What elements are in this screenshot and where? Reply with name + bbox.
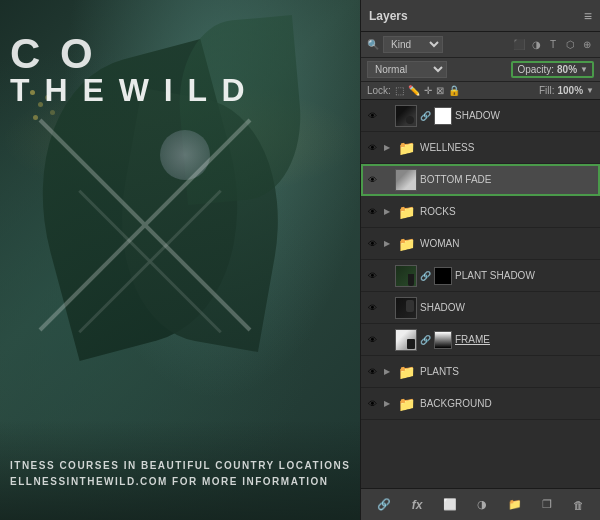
opacity-value[interactable]: 80% (557, 64, 577, 75)
panel-menu-icon[interactable]: ≡ (584, 8, 592, 24)
layer-thumbnail (395, 297, 417, 319)
new-group-button[interactable]: 📁 (504, 496, 526, 513)
expand-arrow[interactable]: ▶ (382, 399, 392, 409)
folder-icon: 📁 (395, 233, 417, 255)
layer-thumbnail (395, 329, 417, 351)
visibility-toggle[interactable] (365, 301, 379, 315)
fill-section: Fill: 100% ▼ (539, 85, 594, 96)
layers-list: 🔗SHADOW▶📁WELLNESSBOTTOM FADE▶📁ROCKS▶📁WOM… (361, 100, 600, 488)
filter-row: 🔍 Kind Name Effect ⬛ ◑ T ⬡ ⊕ (361, 32, 600, 58)
layer-item[interactable]: 🔗PLANT SHADOW (361, 260, 600, 292)
fill-label: Fill: (539, 85, 555, 96)
lock-label: Lock: (367, 85, 391, 96)
type-filter-icon[interactable]: T (546, 38, 560, 52)
opacity-dropdown-icon[interactable]: ▼ (580, 65, 588, 74)
chain-link-icon: 🔗 (420, 335, 431, 345)
layer-thumbnail (395, 169, 417, 191)
visibility-toggle[interactable] (365, 237, 379, 251)
fill-value[interactable]: 100% (558, 85, 584, 96)
expand-arrow[interactable]: ▶ (382, 207, 392, 217)
layer-thumbnail (395, 105, 417, 127)
canvas-area: C O T H E W I L D ITNESS COURSES IN BEAU… (0, 0, 360, 520)
folder-icon: 📁 (395, 137, 417, 159)
fill-dropdown-icon[interactable]: ▼ (586, 86, 594, 95)
layer-name: PLANTS (420, 366, 596, 377)
layer-name: SHADOW (455, 110, 596, 121)
layer-thumbnail (395, 265, 417, 287)
mask-thumbnail (434, 267, 452, 285)
lock-pixels-icon[interactable]: ⬚ (395, 85, 404, 96)
layer-item[interactable]: 🔗SHADOW (361, 100, 600, 132)
expand-arrow[interactable]: ▶ (382, 143, 392, 153)
expand-arrow[interactable] (382, 335, 392, 345)
expand-arrow[interactable] (382, 271, 392, 281)
panel-header: Layers ≡ (361, 0, 600, 32)
folder-icon: 📁 (395, 201, 417, 223)
panel-title: Layers (369, 9, 408, 23)
folder-icon: 📁 (395, 361, 417, 383)
filter-kind-select[interactable]: Kind Name Effect (383, 36, 443, 53)
smart-filter-icon[interactable]: ⊕ (580, 38, 594, 52)
adjust-filter-icon[interactable]: ◑ (529, 38, 543, 52)
expand-arrow[interactable] (382, 175, 392, 185)
layer-item[interactable]: ▶📁PLANTS (361, 356, 600, 388)
layer-item[interactable]: ▶📁WELLNESS (361, 132, 600, 164)
layer-item[interactable]: ▶📁ROCKS (361, 196, 600, 228)
layer-item[interactable]: BOTTOM FADE (361, 164, 600, 196)
visibility-toggle[interactable] (365, 141, 379, 155)
panel-footer: 🔗 fx ⬜ ◑ 📁 ❐ 🗑 (361, 488, 600, 520)
layer-name: FRAME (455, 334, 596, 345)
shape-filter-icon[interactable]: ⬡ (563, 38, 577, 52)
canvas-text-top: C O (10, 30, 97, 78)
layers-panel: Layers ≡ 🔍 Kind Name Effect ⬛ ◑ T ⬡ ⊕ No… (360, 0, 600, 520)
canvas-bottom-line2: ELLNESSINTHEWILD.COM FOR MORE INFORMATIO… (10, 474, 350, 490)
visibility-toggle[interactable] (365, 365, 379, 379)
visibility-toggle[interactable] (365, 109, 379, 123)
filter-icons: ⬛ ◑ T ⬡ ⊕ (512, 38, 594, 52)
layer-name: SHADOW (420, 302, 596, 313)
adjustment-button[interactable]: ◑ (473, 496, 491, 513)
layer-name: WOMAN (420, 238, 596, 249)
layer-name: BACKGROUND (420, 398, 596, 409)
opacity-section: Opacity: 80% ▼ (511, 61, 594, 78)
fx-button[interactable]: fx (408, 496, 427, 514)
blend-row: Normal Multiply Screen Overlay Opacity: … (361, 58, 600, 82)
visibility-toggle[interactable] (365, 269, 379, 283)
add-mask-button[interactable]: ⬜ (439, 496, 461, 513)
chain-link-icon: 🔗 (420, 111, 431, 121)
visibility-toggle[interactable] (365, 173, 379, 187)
layer-item[interactable]: ▶📁BACKGROUND (361, 388, 600, 420)
folder-icon: 📁 (395, 393, 417, 415)
layer-name: PLANT SHADOW (455, 270, 596, 281)
lock-image-icon[interactable]: ✏️ (408, 85, 420, 96)
expand-arrow[interactable]: ▶ (382, 239, 392, 249)
mask-thumbnail (434, 331, 452, 349)
layer-name: ROCKS (420, 206, 596, 217)
layer-name: WELLNESS (420, 142, 596, 153)
layer-item[interactable]: 🔗FRAME (361, 324, 600, 356)
expand-arrow[interactable] (382, 303, 392, 313)
lock-position-icon[interactable]: ✛ (424, 85, 432, 96)
pixel-filter-icon[interactable]: ⬛ (512, 38, 526, 52)
canvas-text-the: T H E W I L D (10, 72, 248, 109)
delete-layer-button[interactable]: 🗑 (569, 497, 588, 513)
blend-mode-select[interactable]: Normal Multiply Screen Overlay (367, 61, 447, 78)
link-layers-button[interactable]: 🔗 (373, 496, 395, 513)
expand-arrow[interactable]: ▶ (382, 367, 392, 377)
layer-item[interactable]: ▶📁WOMAN (361, 228, 600, 260)
layer-item[interactable]: SHADOW (361, 292, 600, 324)
visibility-toggle[interactable] (365, 397, 379, 411)
mask-thumbnail (434, 107, 452, 125)
chain-link-icon: 🔗 (420, 271, 431, 281)
opacity-label: Opacity: (517, 64, 554, 75)
canvas-bottom-text: ITNESS COURSES IN BEAUTIFUL COUNTRY LOCA… (10, 458, 350, 490)
lock-all-icon[interactable]: 🔒 (448, 85, 460, 96)
expand-arrow[interactable] (382, 111, 392, 121)
lock-artboard-icon[interactable]: ⊠ (436, 85, 444, 96)
layer-name: BOTTOM FADE (420, 174, 596, 185)
new-layer-button[interactable]: ❐ (538, 496, 556, 513)
canvas-bottom-line1: ITNESS COURSES IN BEAUTIFUL COUNTRY LOCA… (10, 458, 350, 474)
search-icon: 🔍 (367, 39, 379, 50)
visibility-toggle[interactable] (365, 205, 379, 219)
visibility-toggle[interactable] (365, 333, 379, 347)
